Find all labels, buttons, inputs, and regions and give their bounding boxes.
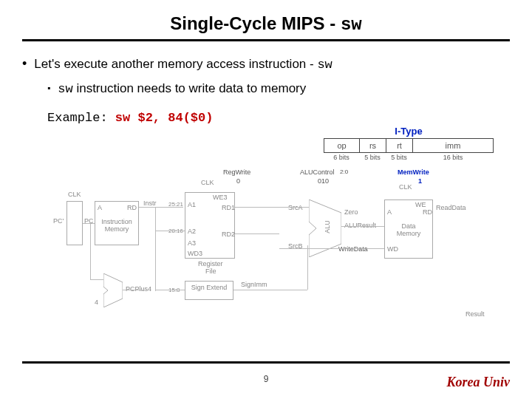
dmem-label-2: Memory (385, 230, 432, 237)
bottom-rule (22, 361, 510, 364)
bullet-2-post: instruction needs to write data to memor… (73, 81, 307, 95)
bullet-1-text: Let's execute another memory access inst… (34, 55, 332, 75)
aluresult-label: ALUResult (344, 222, 376, 229)
bullet-2-text: sw instruction needs to write data to me… (58, 79, 306, 99)
bullet-1-pre: Let's execute another memory access inst… (34, 57, 317, 71)
bullet-2-code: sw (58, 82, 72, 96)
itype-op: op (324, 139, 360, 152)
clk-label: CLK (68, 191, 81, 198)
rf-a1: A1 (188, 201, 196, 208)
bullet-icon: ▪ (47, 79, 50, 99)
title-code: sw (341, 15, 362, 35)
rf-wd3: WD3 (188, 250, 202, 257)
bullet-1-code: sw (317, 58, 332, 72)
title-text: Single-Cycle MIPS - (170, 13, 341, 33)
title-rule (22, 39, 510, 41)
dmem-a: A (387, 208, 392, 216)
alucontrol-label: ALUControl (300, 168, 335, 176)
imem-label-1: Instruction (95, 218, 138, 225)
itype-format: I-Type op rs rt imm 6 bits 5 bits 5 bits… (324, 126, 494, 161)
itype-table: op rs rt imm (324, 138, 494, 153)
rf-label-2: File (205, 267, 216, 275)
regwrite-label: RegWrite (223, 168, 250, 176)
itype-imm-bits: 16 bits (412, 154, 494, 161)
adder-shape (103, 273, 123, 307)
pc-register (66, 201, 83, 245)
pcplus4-label: PCPlus4 (126, 285, 151, 293)
imem-a: A (98, 204, 102, 211)
dmem-we: WE (415, 201, 426, 208)
bullet-1: • Let's execute another memory access in… (22, 55, 510, 75)
itype-rs: rs (360, 139, 386, 152)
datapath-diagram: CLK CLK CLK PC' PC Instruction Memory A … (37, 163, 495, 325)
dmem-rd: RD (423, 208, 432, 216)
memwrite-val: 1 (418, 177, 422, 185)
example-label: Example: (47, 111, 115, 125)
dmem-label-1: Data (385, 222, 432, 230)
itype-rt-bits: 5 bits (386, 154, 412, 161)
itype-imm: imm (413, 139, 493, 152)
rf-label-1: Register (198, 260, 223, 267)
four-label: 4 (95, 299, 98, 306)
signimm-label: SignImm (241, 281, 267, 288)
rf-rd1: RD1 (222, 204, 235, 211)
signext-label: Sign Extend (191, 284, 228, 291)
bullet-2: ▪ sw instruction needs to write data to … (47, 79, 510, 99)
imem-rd: RD (127, 204, 137, 211)
clk-label: CLK (201, 179, 214, 186)
memwrite-label: MemWrite (398, 168, 429, 176)
readdata-label: ReadData (436, 204, 466, 211)
writedata-label: WriteData (338, 245, 368, 253)
example-code: sw $2, 84($0) (115, 111, 214, 125)
rf-a3: A3 (188, 239, 196, 247)
itype-bits: 6 bits 5 bits 5 bits 16 bits (324, 154, 494, 161)
instr-label: Instr (143, 200, 157, 207)
itype-rt: rt (386, 139, 413, 152)
srca-label: SrcA (288, 204, 303, 211)
result-label: Result (466, 310, 485, 318)
footer-affiliation: Korea Univ (447, 375, 511, 390)
pc-prime-label: PC' (53, 217, 64, 225)
zero-label: Zero (344, 208, 358, 216)
example-line: Example: sw $2, 84($0) (47, 109, 510, 128)
alucontrol-val: 010 (318, 177, 329, 185)
itype-title: I-Type (324, 126, 494, 137)
dmem-wd: WD (387, 245, 398, 253)
svg-marker-1 (103, 273, 123, 307)
clk-label: CLK (399, 183, 412, 191)
rf-we3: WE3 (213, 194, 228, 201)
regwrite-val: 0 (236, 177, 240, 185)
rf-a2: A2 (188, 228, 196, 235)
sign-extend: Sign Extend (185, 281, 233, 300)
bullet-icon: • (22, 55, 27, 75)
itype-rs-bits: 5 bits (359, 154, 386, 161)
page-title: Single-Cycle MIPS - sw (22, 13, 510, 35)
rf-rd2: RD2 (222, 231, 235, 238)
bullet-list: • Let's execute another memory access in… (22, 55, 510, 128)
itype-op-bits: 6 bits (324, 154, 359, 161)
alucontrol-bits: 2:0 (340, 168, 348, 175)
alu-label: ALU (324, 220, 331, 233)
imem-label-2: Memory (95, 225, 138, 233)
